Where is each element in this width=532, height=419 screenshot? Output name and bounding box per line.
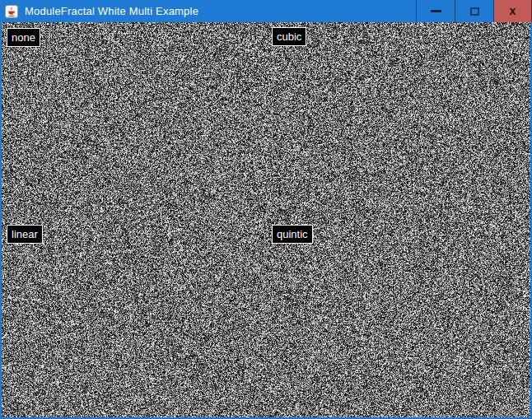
noise-canvas [2,22,530,417]
window-title: ModuleFractal White Multi Example [25,5,416,17]
quadrant-label-quintic: quintic [272,225,313,244]
quadrant-label-cubic: cubic [272,27,306,46]
java-coffee-icon [5,5,18,18]
minimize-button[interactable] [416,0,455,22]
render-area: none cubic linear quintic [2,22,530,417]
quadrant-label-none: none [7,28,40,47]
titlebar[interactable]: ModuleFractal White Multi Example x [0,0,532,22]
window-controls: x [416,0,532,22]
minimize-icon [431,10,441,12]
quadrant-label-linear: linear [7,225,43,244]
close-icon: x [510,5,516,16]
app-window: ModuleFractal White Multi Example x none… [0,0,532,419]
maximize-icon [470,7,479,16]
maximize-button[interactable] [455,0,493,22]
close-button[interactable]: x [493,0,532,22]
